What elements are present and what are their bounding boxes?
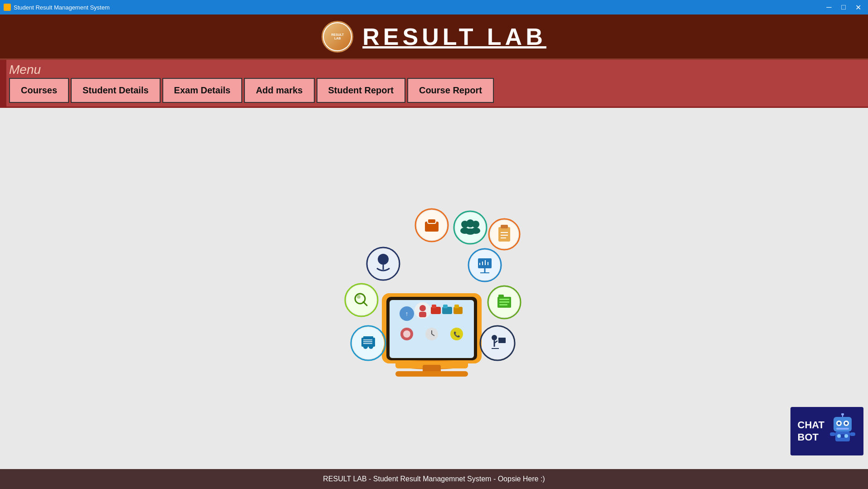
svg-point-19	[403, 330, 410, 338]
svg-rect-68	[499, 304, 507, 305]
menu-label: Menu	[0, 60, 868, 78]
app-icon	[4, 4, 11, 11]
svg-point-94	[837, 434, 841, 438]
exam-details-button[interactable]: Exam Details	[162, 78, 243, 103]
svg-point-36	[471, 228, 480, 234]
logo-text: RESULTLAB	[332, 33, 344, 40]
svg-rect-90	[836, 428, 849, 430]
main-illustration: ↑ 📞	[316, 198, 552, 388]
svg-rect-13	[432, 305, 436, 308]
svg-rect-72	[363, 336, 373, 339]
status-bar: RESULT LAB - Student Result Managemnet S…	[0, 469, 868, 489]
svg-rect-67	[499, 301, 509, 303]
svg-point-74	[369, 344, 373, 349]
menu-bar: Menu Courses Student Details Exam Detail…	[0, 60, 868, 108]
add-marks-button[interactable]: Add marks	[244, 78, 314, 103]
svg-rect-17	[454, 305, 459, 308]
student-details-button[interactable]: Student Details	[71, 78, 161, 103]
close-button[interactable]: ✕	[852, 2, 864, 13]
svg-point-87	[838, 422, 840, 425]
svg-rect-39	[498, 227, 510, 242]
svg-rect-28	[428, 219, 436, 223]
svg-rect-66	[499, 299, 509, 300]
window-title: Student Result Management System	[14, 4, 110, 11]
logo: RESULTLAB	[322, 21, 353, 53]
svg-rect-83	[498, 338, 506, 343]
svg-text:↑: ↑	[405, 310, 409, 317]
menu-buttons: Courses Student Details Exam Details Add…	[0, 78, 868, 103]
svg-text:📞: 📞	[454, 331, 460, 338]
svg-point-79	[482, 327, 513, 359]
svg-point-46	[378, 254, 389, 265]
svg-point-92	[841, 413, 844, 416]
student-report-button[interactable]: Student Report	[317, 78, 405, 103]
app-header: RESULTLAB RESULT LAB	[0, 15, 868, 60]
svg-rect-15	[443, 305, 448, 308]
title-bar: Student Result Management System ─ □ ✕	[0, 0, 868, 15]
chatbot-label: CHAT BOT	[798, 419, 824, 443]
svg-point-73	[363, 344, 368, 349]
svg-point-61	[357, 295, 361, 299]
svg-point-33	[472, 221, 479, 228]
svg-rect-40	[501, 225, 508, 228]
app-title: RESULT LAB	[362, 23, 546, 50]
left-accent	[0, 60, 6, 107]
svg-rect-98	[850, 432, 855, 436]
svg-rect-6	[395, 371, 468, 377]
svg-rect-71	[361, 338, 375, 347]
svg-point-10	[419, 305, 426, 311]
main-content: ↑ 📞	[0, 108, 868, 478]
course-report-button[interactable]: Course Report	[407, 78, 494, 103]
status-text: RESULT LAB - Student Result Managemnet S…	[323, 475, 545, 483]
chatbot-robot-icon	[829, 413, 856, 449]
svg-point-58	[346, 285, 376, 315]
chatbot-widget[interactable]: CHAT BOT	[790, 407, 863, 455]
window-controls: ─ □ ✕	[823, 2, 864, 13]
svg-point-80	[492, 335, 497, 340]
maximize-button[interactable]: □	[837, 2, 850, 13]
title-bar-left: Student Result Management System	[4, 4, 110, 11]
svg-rect-97	[830, 432, 835, 436]
logo-inner: RESULTLAB	[324, 23, 351, 50]
svg-point-95	[844, 434, 848, 438]
svg-rect-65	[498, 295, 504, 298]
svg-rect-11	[419, 312, 426, 317]
courses-button[interactable]: Courses	[9, 78, 69, 103]
svg-point-89	[845, 422, 848, 425]
minimize-button[interactable]: ─	[823, 2, 835, 13]
svg-rect-96	[841, 434, 844, 438]
illustration: ↑ 📞	[0, 108, 868, 478]
